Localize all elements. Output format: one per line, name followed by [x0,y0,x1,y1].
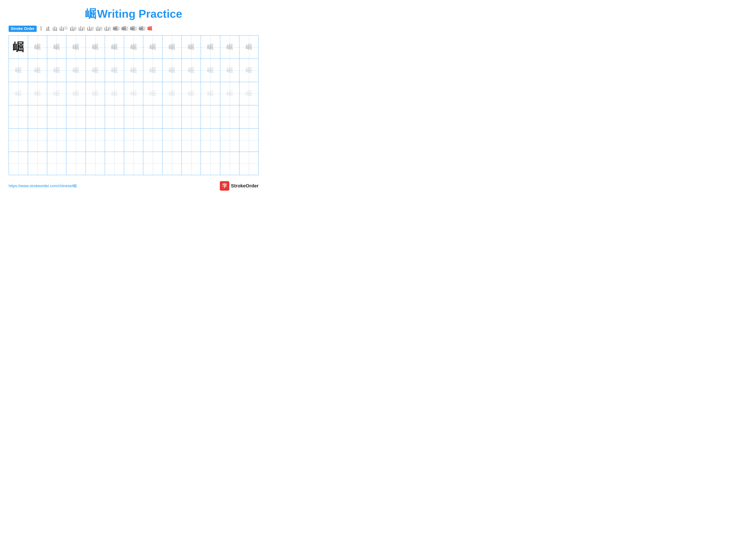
stroke-step-9: 山𠃎 [104,25,111,32]
stroke-step-6: 山𠃍 [78,25,85,32]
grid-cell-5-4[interactable] [67,129,86,152]
grid-cell-6-4[interactable] [67,152,86,175]
grid-cell-6-8[interactable] [143,152,162,175]
stroke-step-4: 山一 [60,25,68,32]
grid-cell-4-5[interactable] [86,105,105,129]
grid-cell-2-7: 崛 [124,59,143,82]
grid-cell-5-6[interactable] [105,129,124,152]
grid-cell-2-12: 崛 [220,59,239,82]
grid-cell-3-5: 崛 [86,82,105,105]
grid-cell-3-11: 崛 [201,82,220,105]
grid-cell-6-1[interactable] [9,152,28,175]
grid-cell-1-3: 崛 [47,36,67,59]
grid-cell-3-4: 崛 [67,82,86,105]
grid-cell-4-8[interactable] [143,105,162,129]
grid-cell-3-12: 崛 [220,82,239,105]
grid-cell-5-12[interactable] [220,129,239,152]
grid-row-6 [9,152,258,175]
grid-cell-5-2[interactable] [28,129,47,152]
grid-cell-6-2[interactable] [28,152,47,175]
grid-cell-5-10[interactable] [182,129,201,152]
footer: https://www.strokeorder.com/chinese/崛 字 … [9,181,258,191]
grid-cell-6-12[interactable] [220,152,239,175]
brand-name: StrokeOrder [231,183,258,189]
grid-cell-5-11[interactable] [201,129,220,152]
stroke-step-10: 崛𠃎 [113,25,120,32]
grid-cell-2-2: 崛 [28,59,47,82]
grid-cell-6-11[interactable] [201,152,220,175]
footer-link[interactable]: https://www.strokeorder.com/chinese/崛 [9,183,77,189]
grid-cell-5-1[interactable] [9,129,28,152]
practice-grid: 崛 崛 崛 崛 崛 崛 崛 崛 崛 崛 崛 崛 崛 崛 崛 崛 崛 崛 崛 崛 … [9,35,258,175]
stroke-order-badge: Stroke Order [9,26,37,32]
grid-cell-6-5[interactable] [86,152,105,175]
grid-cell-2-3: 崛 [47,59,67,82]
grid-cell-4-13[interactable] [239,105,258,129]
grid-cell-4-4[interactable] [67,105,86,129]
brand-area: 字 StrokeOrder [220,181,258,191]
title-character: 崛 [85,8,96,20]
stroke-step-14: 崛 [148,25,152,32]
grid-cell-3-3: 崛 [47,82,67,105]
grid-cell-3-13: 崛 [239,82,258,105]
grid-cell-4-3[interactable] [47,105,67,129]
grid-cell-1-1: 崛 [9,36,28,59]
grid-cell-3-6: 崛 [105,82,124,105]
grid-row-3: 崛 崛 崛 崛 崛 崛 崛 崛 崛 崛 崛 崛 崛 [9,82,258,105]
stroke-step-7: 山𠃊 [87,25,94,32]
grid-cell-4-2[interactable] [28,105,47,129]
grid-cell-4-9[interactable] [162,105,182,129]
grid-cell-6-9[interactable] [162,152,182,175]
grid-cell-1-13: 崛 [239,36,258,59]
grid-cell-3-2: 崛 [28,82,47,105]
grid-cell-2-5: 崛 [86,59,105,82]
brand-icon: 字 [220,181,229,191]
grid-cell-1-7: 崛 [124,36,143,59]
grid-cell-4-1[interactable] [9,105,28,129]
stroke-step-13: 崛𠃎 [139,25,145,32]
stroke-step-12: 崛𠃎 [130,25,137,32]
grid-cell-6-13[interactable] [239,152,258,175]
grid-cell-3-7: 崛 [124,82,143,105]
grid-cell-6-10[interactable] [182,152,201,175]
grid-cell-1-9: 崛 [162,36,182,59]
stroke-step-2: 止 [46,25,50,32]
title-area: 崛 Writing Practice [9,7,258,21]
grid-cell-1-4: 崛 [67,36,86,59]
grid-cell-5-9[interactable] [162,129,182,152]
grid-cell-2-13: 崛 [239,59,258,82]
grid-cell-2-8: 崛 [143,59,162,82]
page-title: Writing Practice [97,8,182,20]
stroke-step-3: 山 [53,25,57,32]
grid-cell-5-3[interactable] [47,129,67,152]
grid-cell-2-9: 崛 [162,59,182,82]
stroke-step-8: 山𠃌 [96,25,102,32]
grid-row-4 [9,105,258,129]
grid-cell-6-7[interactable] [124,152,143,175]
grid-cell-3-1: 崛 [9,82,28,105]
grid-row-1: 崛 崛 崛 崛 崛 崛 崛 崛 崛 崛 崛 崛 崛 [9,36,258,59]
stroke-step-1: 丨 [39,25,43,32]
grid-cell-6-6[interactable] [105,152,124,175]
grid-row-5 [9,129,258,152]
grid-cell-4-12[interactable] [220,105,239,129]
grid-cell-5-13[interactable] [239,129,258,152]
grid-cell-2-1: 崛 [9,59,28,82]
grid-cell-1-5: 崛 [86,36,105,59]
stroke-step-5: 山𠃊 [70,25,76,32]
grid-cell-4-7[interactable] [124,105,143,129]
grid-cell-3-8: 崛 [143,82,162,105]
grid-cell-5-7[interactable] [124,129,143,152]
grid-cell-2-11: 崛 [201,59,220,82]
grid-cell-6-3[interactable] [47,152,67,175]
grid-cell-4-6[interactable] [105,105,124,129]
grid-cell-2-10: 崛 [182,59,201,82]
grid-cell-4-11[interactable] [201,105,220,129]
grid-cell-5-5[interactable] [86,129,105,152]
grid-cell-3-10: 崛 [182,82,201,105]
stroke-step-11: 崛𠃎 [122,25,128,32]
grid-cell-4-10[interactable] [182,105,201,129]
grid-cell-1-12: 崛 [220,36,239,59]
grid-cell-5-8[interactable] [143,129,162,152]
stroke-order-row: Stroke Order 丨 止 山 山一 山𠃊 山𠃍 山𠃊 山𠃌 山𠃎 崛𠃎 … [9,25,258,32]
